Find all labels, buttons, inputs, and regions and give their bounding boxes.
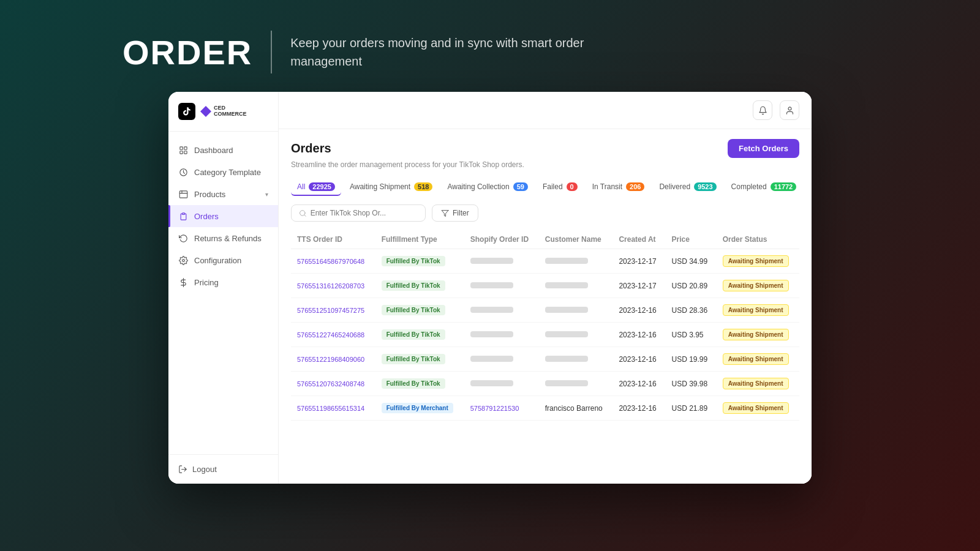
shopify-id-redacted bbox=[470, 307, 513, 313]
price: USD 20.89 bbox=[665, 274, 716, 298]
tab-badge-completed: 11772 bbox=[771, 182, 797, 191]
table-row: 576551645867970648Fulfilled By TikTok202… bbox=[291, 249, 799, 274]
table-row: 576551316126208703Fulfilled By TikTok202… bbox=[291, 274, 799, 298]
sidebar-item-orders[interactable]: Orders bbox=[168, 205, 278, 227]
fulfillment-badge: Fulfilled By TikTok bbox=[382, 354, 445, 364]
customer-name-redacted bbox=[545, 258, 588, 264]
col-header-price: Price bbox=[665, 230, 716, 249]
page-header: Orders Fetch Orders bbox=[291, 139, 799, 158]
customer-name-redacted bbox=[545, 356, 588, 362]
orders-icon bbox=[178, 211, 188, 221]
created-at: 2023-12-16 bbox=[612, 396, 665, 421]
sidebar-item-label: Returns & Refunds bbox=[194, 234, 262, 243]
hero-header: ORDER Keep your orders moving and in syn… bbox=[0, 0, 980, 92]
sidebar-item-pricing[interactable]: Pricing bbox=[168, 271, 278, 293]
table-row: 576551227465240688Fulfilled By TikTok202… bbox=[291, 323, 799, 347]
table-row: 576551251097457275Fulfilled By TikTok202… bbox=[291, 298, 799, 323]
pricing-icon bbox=[178, 277, 188, 287]
order-id-link[interactable]: 576551207632408748 bbox=[297, 380, 364, 388]
tab-label: All bbox=[297, 182, 305, 191]
logout-label: Logout bbox=[192, 465, 217, 474]
orders-table-body: 576551645867970648Fulfilled By TikTok202… bbox=[291, 249, 799, 421]
price: USD 3.95 bbox=[665, 323, 716, 347]
table-row: 576551221968409060Fulfilled By TikTok202… bbox=[291, 347, 799, 372]
svg-marker-15 bbox=[442, 210, 448, 216]
shopify-id-redacted bbox=[470, 331, 513, 337]
order-id-link[interactable]: 576551221968409060 bbox=[297, 356, 364, 363]
filter-button[interactable]: Filter bbox=[432, 204, 478, 222]
order-id-link[interactable]: 576551251097457275 bbox=[297, 307, 364, 314]
sidebar-item-category-template[interactable]: Category Template bbox=[168, 161, 278, 183]
created-at: 2023-12-16 bbox=[612, 347, 665, 372]
shopify-id-redacted bbox=[470, 282, 513, 288]
header-divider bbox=[271, 31, 272, 73]
status-badge: Awaiting Shipment bbox=[723, 378, 789, 389]
order-id-link[interactable]: 576551198655615314 bbox=[297, 405, 364, 412]
tab-awaiting-collection[interactable]: Awaiting Collection 59 bbox=[441, 179, 533, 196]
order-id-link[interactable]: 576551316126208703 bbox=[297, 282, 364, 290]
order-id-link[interactable]: 576551645867970648 bbox=[297, 258, 364, 265]
sidebar-item-returns[interactable]: Returns & Refunds bbox=[168, 227, 278, 249]
tab-in-transit[interactable]: In Transit 206 bbox=[586, 179, 651, 196]
tab-badge-failed: 0 bbox=[567, 182, 578, 191]
ced-text: CED COMMERCE bbox=[214, 105, 247, 118]
fetch-orders-button[interactable]: Fetch Orders bbox=[728, 139, 799, 158]
sidebar: CED COMMERCE Dashboard Category Template bbox=[168, 92, 279, 484]
returns-icon bbox=[178, 233, 188, 243]
tab-label: Completed bbox=[731, 182, 767, 191]
fulfillment-badge: Fulfilled By TikTok bbox=[382, 329, 445, 340]
logout-button[interactable]: Logout bbox=[178, 465, 268, 474]
user-profile-button[interactable] bbox=[780, 100, 799, 120]
sidebar-item-label: Orders bbox=[194, 212, 219, 221]
col-header-order-status: Order Status bbox=[717, 230, 799, 249]
tab-completed[interactable]: Completed 11772 bbox=[725, 179, 799, 196]
orders-tabs: All 22925 Awaiting Shipment 518 Awaiting… bbox=[291, 179, 799, 196]
active-indicator bbox=[168, 205, 170, 227]
page-subtitle: Streamline the order management process … bbox=[291, 160, 799, 169]
ced-commerce-logo: CED COMMERCE bbox=[200, 105, 247, 118]
filter-label: Filter bbox=[453, 209, 469, 217]
ced-diamond-icon bbox=[200, 106, 211, 117]
filter-icon bbox=[441, 209, 449, 217]
col-header-created-at: Created At bbox=[612, 230, 665, 249]
tab-label: Failed bbox=[543, 182, 563, 191]
shopify-id-redacted bbox=[470, 380, 513, 386]
tab-badge-delivered: 9523 bbox=[694, 182, 716, 191]
top-bar bbox=[279, 92, 812, 129]
sidebar-item-label: Configuration bbox=[194, 256, 241, 265]
price: USD 39.98 bbox=[665, 372, 716, 396]
sidebar-item-dashboard[interactable]: Dashboard bbox=[168, 139, 278, 161]
status-badge: Awaiting Shipment bbox=[723, 329, 789, 340]
price: USD 28.36 bbox=[665, 298, 716, 323]
configuration-icon bbox=[178, 255, 188, 265]
orders-page: Orders Fetch Orders Streamline the order… bbox=[279, 129, 812, 484]
col-header-fulfillment-type: Fulfillment Type bbox=[375, 230, 464, 249]
sidebar-item-configuration[interactable]: Configuration bbox=[168, 249, 278, 271]
notifications-button[interactable] bbox=[753, 100, 772, 120]
shopify-id-redacted bbox=[470, 356, 513, 362]
orders-table: TTS Order ID Fulfillment Type Shopify Or… bbox=[291, 230, 799, 421]
customer-name-redacted bbox=[545, 282, 588, 288]
tab-badge-all: 22925 bbox=[309, 182, 335, 191]
table-row: 576551207632408748Fulfilled By TikTok202… bbox=[291, 372, 799, 396]
tab-badge-awaiting-collection: 59 bbox=[513, 182, 528, 191]
sidebar-item-label: Products bbox=[194, 190, 225, 199]
tab-all[interactable]: All 22925 bbox=[291, 179, 341, 196]
sidebar-item-label: Pricing bbox=[194, 278, 219, 287]
price: USD 19.99 bbox=[665, 347, 716, 372]
fulfillment-badge: Fulfilled By Merchant bbox=[382, 403, 453, 413]
tiktok-icon bbox=[178, 103, 195, 120]
tab-delivered[interactable]: Delivered 9523 bbox=[653, 179, 722, 196]
order-id-link[interactable]: 576551227465240688 bbox=[297, 331, 364, 339]
shopify-id-redacted bbox=[470, 258, 513, 264]
svg-rect-3 bbox=[184, 151, 186, 153]
search-container bbox=[291, 204, 426, 222]
category-template-icon bbox=[178, 167, 188, 177]
status-badge: Awaiting Shipment bbox=[723, 255, 789, 267]
sidebar-item-products[interactable]: Products ▾ bbox=[168, 183, 278, 205]
search-input[interactable] bbox=[311, 209, 418, 217]
tab-failed[interactable]: Failed 0 bbox=[537, 179, 584, 196]
tab-awaiting-shipment[interactable]: Awaiting Shipment 518 bbox=[344, 179, 439, 196]
main-content: Orders Fetch Orders Streamline the order… bbox=[279, 92, 812, 484]
created-at: 2023-12-16 bbox=[612, 323, 665, 347]
